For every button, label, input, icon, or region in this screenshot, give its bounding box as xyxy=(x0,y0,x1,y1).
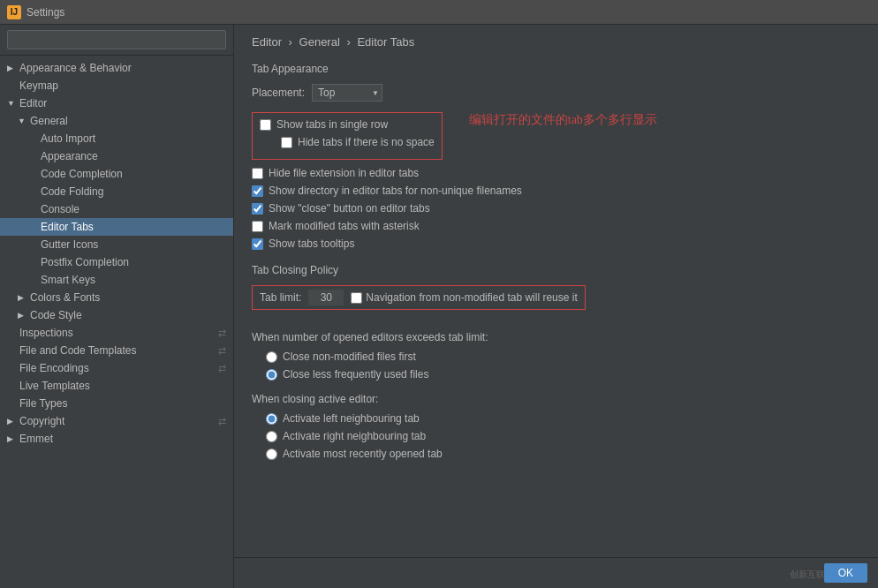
sidebar-item-label: Copyright xyxy=(19,415,64,427)
show-tooltips-checkbox[interactable] xyxy=(252,238,263,250)
sidebar-item-emmet[interactable]: ▶Emmet xyxy=(0,430,233,448)
annotation-text: 编辑打开的文件的tab多个多行显示 xyxy=(469,112,657,128)
sidebar-item-label: General xyxy=(30,115,68,127)
mark-modified-label: Mark modified tabs with asterisk xyxy=(269,220,420,232)
sidebar-item-editor[interactable]: ▼Editor xyxy=(0,94,233,112)
activate-left-radio[interactable] xyxy=(266,413,277,425)
sidebar-item-label: Live Templates xyxy=(19,380,90,392)
sidebar-item-code-folding[interactable]: Code Folding xyxy=(0,183,233,200)
sidebar-item-file-code-templates[interactable]: File and Code Templates⇄ xyxy=(0,342,233,359)
activate-left-row: Activate left neighbouring tab xyxy=(252,412,860,425)
search-input[interactable] xyxy=(7,30,226,49)
show-close-row: Show "close" button on editor tabs xyxy=(252,202,860,215)
hide-tabs-row: Hide tabs if there is no space xyxy=(260,136,435,148)
nav-non-modified-checkbox[interactable] xyxy=(351,292,362,304)
sidebar-item-general[interactable]: ▼General xyxy=(0,112,233,130)
placement-row: Placement: TopBottomLeftRightNone xyxy=(252,84,860,102)
red-box: Show tabs in single row Hide tabs if the… xyxy=(252,112,443,160)
sidebar-item-label: Code Style xyxy=(30,309,82,321)
sidebar-item-inspections[interactable]: Inspections⇄ xyxy=(0,324,233,342)
activate-recent-radio[interactable] xyxy=(266,449,277,460)
ok-button[interactable]: OK xyxy=(824,563,867,583)
breadcrumb-general: General xyxy=(299,35,340,49)
placement-select[interactable]: TopBottomLeftRightNone xyxy=(312,84,382,102)
tab-limit-row: Tab limit: Navigation from non-modified … xyxy=(252,285,586,310)
mark-modified-checkbox[interactable] xyxy=(252,221,263,232)
arrow-icon: ▶ xyxy=(7,434,16,443)
sidebar-item-label: Postfix Completion xyxy=(41,256,129,268)
sidebar-item-keymap[interactable]: Keymap xyxy=(0,77,233,94)
show-close-checkbox[interactable] xyxy=(252,203,263,215)
sidebar-item-editor-tabs[interactable]: Editor Tabs xyxy=(0,218,233,236)
tab-closing-policy-title: Tab Closing Policy xyxy=(252,264,860,276)
sidebar-item-label: File and Code Templates xyxy=(19,344,137,357)
placement-select-wrapper: TopBottomLeftRightNone xyxy=(312,84,382,102)
arrow-icon: ▼ xyxy=(7,99,16,108)
hide-extension-checkbox[interactable] xyxy=(252,168,263,179)
sidebar-item-label: Emmet xyxy=(19,433,53,445)
sidebar-item-smart-keys[interactable]: Smart Keys xyxy=(0,271,233,289)
sidebar-item-appearance[interactable]: Appearance xyxy=(0,147,233,165)
sidebar-item-code-completion[interactable]: Code Completion xyxy=(0,165,233,183)
sidebar-item-gutter-icons[interactable]: Gutter Icons xyxy=(0,236,233,253)
sidebar-item-label: Auto Import xyxy=(41,132,95,145)
activate-right-radio[interactable] xyxy=(266,431,277,442)
bottom-bar: OK 创新互联 xyxy=(234,557,878,588)
sidebar-item-label: File Encodings xyxy=(19,362,89,374)
placement-label: Placement: xyxy=(252,87,305,99)
close-non-modified-label: Close non-modified files first xyxy=(283,351,416,363)
show-tabs-checkbox[interactable] xyxy=(260,119,271,131)
close-non-modified-radio[interactable] xyxy=(266,351,277,363)
sidebar-item-code-style[interactable]: ▶Code Style xyxy=(0,306,233,324)
show-close-label: Show "close" button on editor tabs xyxy=(269,202,430,215)
sync-icon: ⇄ xyxy=(218,345,226,357)
arrow-icon: ▶ xyxy=(18,293,26,302)
when-exceeds-label: When number of opened editors exceeds ta… xyxy=(252,331,860,343)
activate-right-label: Activate right neighbouring tab xyxy=(283,430,426,442)
show-directory-row: Show directory in editor tabs for non-un… xyxy=(252,185,860,197)
sidebar-item-copyright[interactable]: ▶Copyright⇄ xyxy=(0,412,233,430)
sidebar-item-label: Inspections xyxy=(19,327,73,339)
sidebar-item-file-encodings[interactable]: File Encodings⇄ xyxy=(0,359,233,377)
close-less-frequent-label: Close less frequently used files xyxy=(283,368,428,381)
sidebar-item-label: Gutter Icons xyxy=(41,238,98,251)
sidebar-item-file-types[interactable]: File Types xyxy=(0,395,233,412)
sidebar-item-appearance-behavior[interactable]: ▶Appearance & Behavior xyxy=(0,59,233,77)
when-closing-label: When closing active editor: xyxy=(252,393,860,405)
sidebar-item-live-templates[interactable]: Live Templates xyxy=(0,377,233,395)
sidebar-item-label: Editor xyxy=(19,97,47,109)
nav-non-modified-label: Navigation from non-modified tab will re… xyxy=(366,291,577,304)
show-tabs-label: Show tabs in single row xyxy=(276,118,388,131)
sidebar-item-label: Appearance xyxy=(41,150,98,162)
breadcrumb-editor-tabs: Editor Tabs xyxy=(357,35,414,49)
top-row-annotation: Show tabs in single row Hide tabs if the… xyxy=(252,112,860,167)
tab-limit-input[interactable] xyxy=(308,290,344,305)
sidebar-item-console[interactable]: Console xyxy=(0,200,233,218)
show-directory-checkbox[interactable] xyxy=(252,185,263,197)
show-tooltips-label: Show tabs tooltips xyxy=(269,237,354,250)
mark-modified-row: Mark modified tabs with asterisk xyxy=(252,220,860,232)
breadcrumb-editor: Editor xyxy=(252,35,282,49)
tab-closing-policy-section: Tab Closing Policy xyxy=(252,264,860,276)
close-less-frequent-radio[interactable] xyxy=(266,369,277,381)
sidebar-item-label: Smart Keys xyxy=(41,274,95,286)
sidebar-item-label: Code Completion xyxy=(41,168,123,180)
sidebar-item-label: Appearance & Behavior xyxy=(19,62,132,74)
title-bar: IJ Settings xyxy=(0,0,878,25)
show-directory-label: Show directory in editor tabs for non-un… xyxy=(269,185,522,197)
hide-tabs-checkbox[interactable] xyxy=(281,137,292,148)
main-layout: ▶Appearance & BehaviorKeymap▼Editor▼Gene… xyxy=(0,25,878,588)
sidebar-item-label: Code Folding xyxy=(41,185,103,198)
activate-left-label: Activate left neighbouring tab xyxy=(283,412,420,425)
sidebar-item-auto-import[interactable]: Auto Import xyxy=(0,130,233,147)
sidebar-item-postfix-completion[interactable]: Postfix Completion xyxy=(0,253,233,271)
sidebar: ▶Appearance & BehaviorKeymap▼Editor▼Gene… xyxy=(0,25,234,588)
sidebar-tree: ▶Appearance & BehaviorKeymap▼Editor▼Gene… xyxy=(0,56,233,451)
arrow-icon: ▶ xyxy=(7,64,16,72)
search-box xyxy=(0,25,233,56)
activate-recent-label: Activate most recently opened tab xyxy=(283,448,443,460)
show-tabs-row: Show tabs in single row xyxy=(260,118,435,131)
sidebar-item-colors-fonts[interactable]: ▶Colors & Fonts xyxy=(0,289,233,306)
activate-right-row: Activate right neighbouring tab xyxy=(252,430,860,442)
tab-limit-label: Tab limit: xyxy=(260,291,301,304)
